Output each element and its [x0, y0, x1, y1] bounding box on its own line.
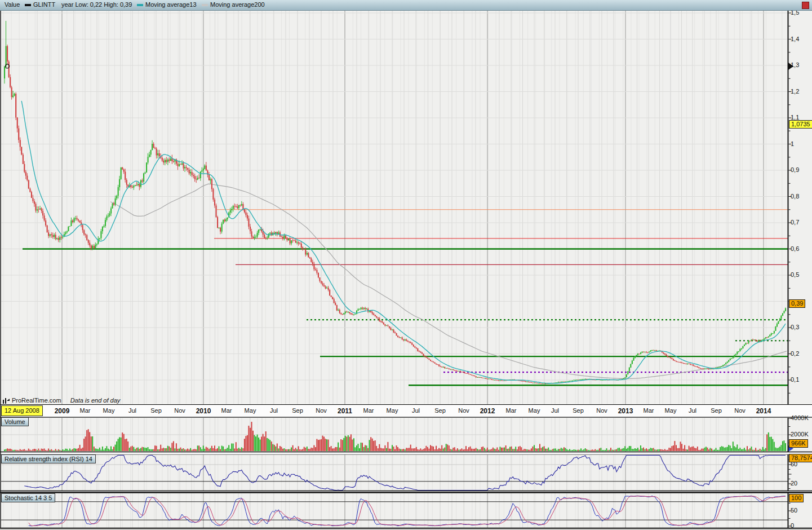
date-axis-month-label: May	[529, 407, 540, 414]
year-range-stats: year Low: 0,22 High: 0,39	[61, 1, 132, 8]
volume-axis-label: 2000K	[791, 431, 809, 438]
date-axis-year-label: 2009	[55, 407, 70, 415]
price-axis-label: 1,2	[791, 88, 799, 95]
date-axis-month-label: May	[387, 407, 398, 414]
stoch-axis-label: 50	[791, 507, 797, 514]
prorealtime-chart-window: Value GLINTT year Low: 0,22 High: 0,39 M…	[0, 0, 812, 530]
date-axis-month-label: Jul	[412, 407, 420, 414]
date-axis-month-label: Nov	[596, 407, 607, 414]
watermark-note: Data is end of day	[70, 397, 121, 404]
last-rsi-flag: 78,7574	[789, 454, 812, 462]
date-axis-month-label: Nov	[174, 407, 185, 414]
date-axis-month-label: Mar	[363, 407, 374, 414]
date-axis-month-label: Nov	[316, 407, 327, 414]
price-axis-label: 0,7	[791, 219, 799, 226]
date-axis-month-label: Mar	[80, 407, 91, 414]
symbol-swatch-icon	[25, 4, 31, 6]
date-axis-month-label: Sep	[292, 407, 303, 414]
watermark-brand: ProRealTime.com	[12, 397, 61, 404]
price-axis-label: 0,6	[791, 245, 799, 252]
date-axis-month-label: Mar	[506, 407, 517, 414]
date-axis-month-label: Sep	[711, 407, 722, 414]
price-level-flag: 1,0735	[789, 120, 812, 129]
chart-header-bar: Value GLINTT year Low: 0,22 High: 0,39 M…	[0, 0, 812, 11]
date-axis-month-label: May	[103, 407, 115, 414]
price-axis-label: 0,2	[791, 350, 799, 357]
volume-panel-title[interactable]: Volume	[1, 417, 29, 426]
date-axis-month-label: Jul	[128, 407, 136, 414]
price-axis-label: 1	[791, 140, 794, 147]
chart-canvas[interactable]	[0, 0, 812, 530]
watermark: ProRealTime.com Data is end of day	[2, 397, 120, 404]
prorealtime-logo-icon	[2, 398, 10, 404]
date-axis-month-label: Sep	[573, 407, 584, 414]
date-axis-year-label: 2010	[196, 407, 211, 415]
price-axis-label: 1,4	[791, 36, 799, 42]
date-axis-month-label: Jul	[551, 407, 559, 414]
selected-date-flag: 12 Aug 2008	[1, 405, 43, 416]
date-axis-month-label: Sep	[150, 407, 162, 414]
date-axis-month-label: Jul	[689, 407, 696, 414]
date-axis-month-label: Sep	[434, 407, 446, 414]
last-price-flag: 0,39	[789, 299, 805, 308]
stochastic-panel-title[interactable]: Stochastic 14 3 5	[1, 493, 55, 502]
date-axis-year-label: 2013	[618, 407, 633, 415]
rsi-axis-label: 20	[791, 480, 797, 487]
panel-title-value: Value	[5, 1, 20, 8]
date-axis-month-label: May	[245, 407, 256, 414]
stoch-axis-label: 0	[791, 522, 794, 529]
last-stoch-flag: 100	[789, 494, 804, 502]
ma200-swatch-icon	[202, 4, 208, 6]
volume-axis-label: 4000K	[791, 414, 809, 421]
date-axis-year-label: 2011	[338, 407, 352, 415]
price-axis-label: 0,5	[791, 271, 799, 278]
price-axis-label: 0,8	[791, 193, 799, 200]
price-axis-label: 0,1	[791, 376, 799, 383]
ma200-legend-label: Moving average200	[210, 1, 265, 8]
date-axis-year-label: 2014	[756, 407, 771, 415]
price-axis-label: 0,9	[791, 166, 799, 173]
last-volume-flag: 966K	[789, 439, 808, 448]
date-axis-month-label: Mar	[221, 407, 232, 414]
price-axis-label: 0,3	[791, 324, 799, 330]
date-axis-month-label: Nov	[734, 407, 746, 414]
ma13-swatch-icon	[137, 4, 143, 6]
date-axis-month-label: Jul	[270, 407, 278, 414]
date-axis-month-label: Mar	[644, 407, 654, 414]
symbol-label: GLINTT	[33, 1, 55, 8]
date-axis-year-label: 2012	[480, 407, 495, 415]
price-axis-label: 1,3	[791, 61, 799, 68]
close-button[interactable]	[802, 2, 809, 9]
ma13-legend-label: Moving average13	[145, 1, 197, 8]
date-axis-month-label: Nov	[458, 407, 469, 414]
rsi-panel-title[interactable]: Relative strength index (RSI) 14	[1, 454, 96, 463]
date-axis-month-label: May	[665, 407, 677, 414]
